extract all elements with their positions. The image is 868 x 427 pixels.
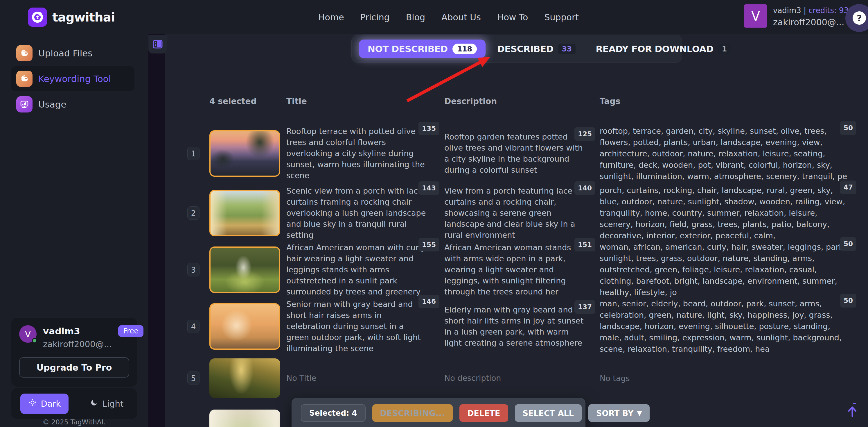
row-description[interactable]: Rooftop garden features potted olive tre… [444,132,588,176]
user-email: zakiroff2000@... [43,339,112,349]
row-number-badge: 3 [187,263,199,277]
delete-button[interactable]: DELETE [459,404,508,422]
bulk-action-bar: Selected: 4 DESCRIBING... DELETE SELECT … [291,398,585,427]
scroll-to-top-button[interactable] [845,401,860,419]
tag-count-badge: 50 [840,121,857,135]
nav-link-about[interactable]: About Us [441,12,481,22]
sort-by-button[interactable]: SORT BY ▼ [588,404,650,422]
upload-files-icon [16,45,33,61]
sidebar-item-label: Usage [38,99,66,110]
avatar: V [19,325,37,343]
row-thumbnail[interactable] [209,359,280,398]
tab-count-badge: 1 [718,44,731,54]
row-title[interactable]: Scenic view from a porch with lace curta… [286,186,427,241]
brand-name: tagwithai [52,10,115,24]
tab-described[interactable]: DESCRIBED 33 [489,39,584,58]
avatar: V [744,4,767,28]
sort-by-label: SORT BY [596,409,633,418]
char-count-badge: 146 [418,295,439,308]
sidebar-panel-icon [152,39,163,49]
table-row: 4 146Senior man with gray beard and shor… [165,298,868,354]
sidebar-item-usage[interactable]: Usage [11,92,134,117]
sun-icon [28,398,37,409]
description-header: Description [438,96,594,106]
row-thumbnail[interactable] [209,303,280,350]
table-row: 1 135Rooftop terrace with potted olive t… [165,122,868,184]
tab-ready-for-download[interactable]: READY FOR DOWNLOAD 1 [587,39,739,58]
row-number-badge: 5 [187,371,199,385]
row-description[interactable]: African American woman stands with arms … [444,242,588,297]
nav-link-pricing[interactable]: Pricing [361,12,390,22]
sidebar-item-upload-files[interactable]: Upload Files [11,41,134,66]
user-menu[interactable]: V vadim3 | credits: 9300 zakiroff2000@..… [744,4,858,28]
nav-link-howto[interactable]: How To [497,12,528,22]
top-nav: Home Pricing Blog About Us How To Suppor… [318,0,579,34]
char-count-badge: 135 [418,122,439,135]
sort-desc-icon: ▼ [637,409,642,417]
row-number-badge: 2 [187,206,199,220]
nav-link-home[interactable]: Home [318,12,344,22]
theme-dark-button[interactable]: Dark [20,394,68,414]
theme-dark-label: Dark [41,399,61,409]
arrow-up-icon [845,401,860,419]
char-count-badge: 151 [575,238,595,251]
avatar-initial: V [25,329,31,339]
row-tags[interactable]: woman, african, american, curly, hair, s… [600,241,850,298]
tab-label: READY FOR DOWNLOAD [596,44,714,54]
row-number-badge: 1 [187,147,199,160]
row-tags[interactable]: porch, curtains, rocking, chair, landsca… [600,184,850,241]
row-thumbnail[interactable] [209,247,280,293]
theme-toggle: Dark Light [11,388,137,419]
row-title[interactable]: Senior man with gray beard and short hai… [286,299,427,354]
usage-icon [16,96,33,113]
row-description[interactable]: No description [444,373,588,384]
row-title[interactable]: African American woman with curly hair w… [286,242,427,297]
online-status-dot [32,338,37,343]
brand[interactable]: t tagwithai [28,0,115,34]
main-content: NOT DESCRIBED 118 DESCRIBED 33 READY FOR… [165,34,868,427]
selected-count-header: 4 selected [209,96,280,106]
char-count-badge: 140 [575,181,595,195]
char-count-badge: 125 [575,127,595,141]
row-tags[interactable]: No tags [600,373,850,384]
row-tags[interactable]: rooftop, terrace, garden, city, skyline,… [600,125,850,182]
select-all-button[interactable]: SELECT ALL [515,404,582,422]
tag-count-badge: 47 [840,180,857,194]
row-thumbnail[interactable] [209,130,280,177]
sidebar-item-label: Upload Files [38,48,93,58]
tab-not-described[interactable]: NOT DESCRIBED 118 [359,39,486,58]
collapsed-panel-strip [148,34,165,427]
row-thumbnail[interactable] [209,409,280,427]
nav-link-support[interactable]: Support [544,12,579,22]
row-thumbnail[interactable] [209,190,280,236]
row-description[interactable]: Elderly man with gray beard and short ha… [444,304,588,348]
tag-count-badge: 50 [840,237,857,251]
describing-button[interactable]: DESCRIBING... [372,404,453,422]
files-table: 4 selected Title Description Tags 1 135R… [165,96,868,427]
sidebar-item-label: Keywording Tool [38,74,111,84]
row-title[interactable]: No Title [286,373,427,384]
row-description[interactable]: View from a porch featuring lace curtain… [444,186,588,241]
char-count-badge: 143 [418,181,439,195]
nav-link-blog[interactable]: Blog [406,12,425,22]
table-header: 4 selected Title Description Tags [165,96,868,106]
theme-light-label: Light [102,399,123,409]
sidebar: Upload Files Keywording Tool [0,34,148,427]
row-number-badge: 4 [187,320,199,333]
upgrade-to-pro-button[interactable]: Upgrade To Pro [19,357,129,377]
panel-toggle-button[interactable] [148,35,167,54]
question-mark-icon: ? [852,11,866,25]
selected-count-chip: Selected: 4 [301,404,366,422]
sidebar-user-card: V vadim3 zakiroff2000@... Free Upgrade T… [11,318,137,387]
user-name: vadim3 [43,326,112,336]
plan-badge: Free [118,325,144,337]
svg-text:t: t [36,14,39,20]
table-row: 3 155African American woman with curly h… [165,241,868,298]
sidebar-item-keywording-tool[interactable]: Keywording Tool [11,66,134,91]
tab-count-badge: 118 [453,44,477,54]
row-title[interactable]: Rooftop terrace with potted olive trees … [286,126,427,181]
row-tags[interactable]: man, senior, elderly, beard, outdoor, pa… [600,298,850,354]
tag-count-badge: 50 [840,294,857,308]
keywording-tool-icon [16,70,33,87]
theme-light-button[interactable]: Light [82,394,131,414]
